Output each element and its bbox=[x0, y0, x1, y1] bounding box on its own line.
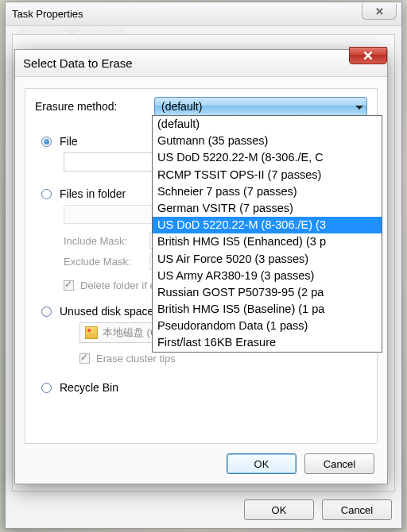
erasure-method-option[interactable]: US DoD 5220.22-M (8-306./E) (3 bbox=[153, 217, 382, 233]
erasure-method-option[interactable]: US DoD 5220.22-M (8-306./E, C bbox=[153, 149, 382, 166]
cluster-tips-checkbox[interactable]: Erase cluster tips bbox=[96, 353, 176, 364]
inner-cancel-button[interactable]: Cancel bbox=[304, 453, 374, 474]
inner-title: Select Data to Erase bbox=[23, 56, 133, 70]
inner-titlebar[interactable]: Select Data to Erase bbox=[15, 50, 387, 77]
erasure-method-option[interactable]: US Air Force 5020 (3 passes) bbox=[153, 251, 382, 268]
erasure-method-option[interactable]: RCMP TSSIT OPS-II (7 passes) bbox=[153, 167, 382, 183]
target-recycle-label: Recycle Bin bbox=[60, 381, 118, 394]
include-mask-label: Include Mask: bbox=[64, 235, 149, 247]
target-recycle-radio[interactable]: Recycle Bin bbox=[41, 376, 367, 399]
erasure-method-option[interactable]: British HMG IS5 (Baseline) (1 pa bbox=[153, 301, 382, 318]
erasure-method-option[interactable]: Schneier 7 pass (7 passes) bbox=[153, 183, 382, 200]
radio-icon bbox=[41, 306, 52, 317]
erasure-method-option[interactable]: Gutmann (35 passes) bbox=[153, 133, 382, 149]
erasure-method-option[interactable]: US Army AR380-19 (3 passes) bbox=[153, 268, 382, 284]
erasure-method-combo[interactable]: (default) bbox=[154, 97, 367, 116]
checkbox-icon bbox=[79, 353, 90, 364]
outer-close-button[interactable]: ✕ bbox=[362, 4, 397, 20]
erasure-method-option[interactable]: First/last 16KB Erasure bbox=[153, 334, 382, 351]
outer-ok-button[interactable]: OK bbox=[244, 499, 314, 520]
close-icon: ✕ bbox=[375, 6, 384, 17]
checkbox-icon bbox=[64, 280, 74, 291]
outer-cancel-button[interactable]: Cancel bbox=[322, 499, 392, 520]
target-unused-label: Unused disk space bbox=[60, 305, 153, 318]
outer-title: Task Properties bbox=[12, 8, 83, 20]
select-data-dialog: Select Data to Erase Erasure method: (de… bbox=[14, 49, 388, 484]
erasure-method-option[interactable]: Pseudorandom Data (1 pass) bbox=[153, 318, 382, 334]
erasure-method-option[interactable]: (default) bbox=[153, 116, 382, 133]
inner-ok-button[interactable]: OK bbox=[227, 453, 297, 474]
chevron-down-icon bbox=[355, 100, 363, 113]
erasure-method-option[interactable]: German VSITR (7 passes) bbox=[153, 200, 382, 217]
outer-titlebar[interactable]: Task Properties ✕ bbox=[6, 2, 401, 26]
radio-icon bbox=[41, 383, 52, 393]
erasure-method-dropdown[interactable]: (default)Gutmann (35 passes)US DoD 5220.… bbox=[152, 115, 382, 353]
erasure-method-option[interactable]: Russian GOST P50739-95 (2 pa bbox=[153, 284, 382, 301]
target-file-label: File bbox=[60, 135, 78, 148]
exclude-mask-label: Exclude Mask: bbox=[64, 256, 149, 268]
drive-icon bbox=[85, 326, 98, 339]
radio-icon bbox=[41, 189, 52, 199]
close-icon bbox=[362, 50, 374, 61]
target-folder-label: Files in folder bbox=[60, 187, 126, 200]
erasure-method-label: Erasure method: bbox=[35, 100, 154, 113]
radio-icon bbox=[41, 137, 52, 147]
inner-close-button[interactable] bbox=[349, 47, 387, 64]
erasure-method-option[interactable]: British HMG IS5 (Enhanced) (3 p bbox=[153, 233, 382, 250]
erasure-method-value: (default) bbox=[161, 100, 202, 113]
